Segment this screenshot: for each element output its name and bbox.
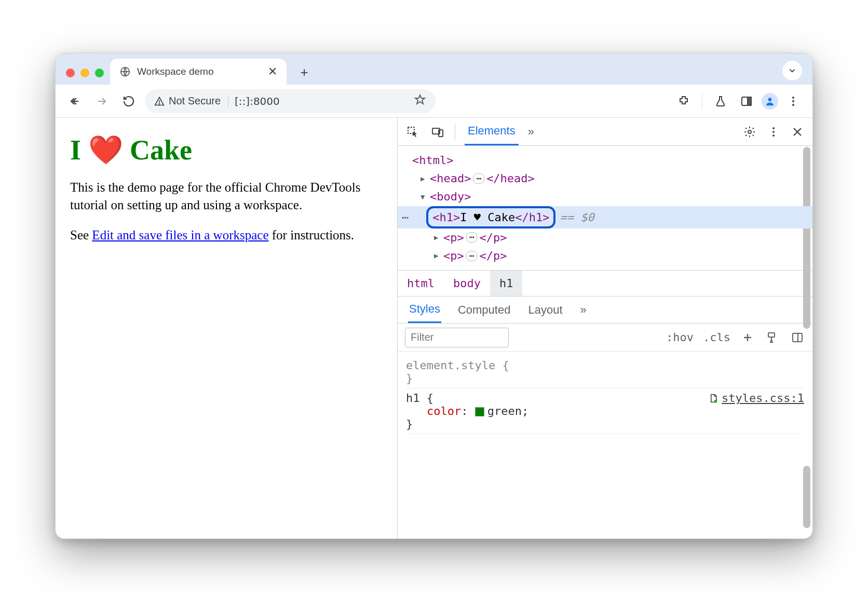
- settings-button[interactable]: [742, 124, 757, 140]
- heading-text-prefix: I: [70, 134, 88, 166]
- inspect-element-button[interactable]: [405, 124, 421, 140]
- heart-icon: ❤️: [88, 134, 123, 166]
- rendered-page: I ❤️ Cake This is the demo page for the …: [56, 118, 397, 539]
- brace-close: }: [406, 418, 413, 430]
- svg-rect-3: [748, 97, 751, 105]
- labs-button[interactable]: [710, 90, 731, 112]
- browser-window: Workspace demo ✕ + Not Secure [::]:8000: [55, 53, 813, 539]
- minimize-window-button[interactable]: [80, 69, 89, 77]
- back-button[interactable]: [64, 90, 86, 112]
- subtab-computed[interactable]: Computed: [457, 298, 512, 322]
- subtab-styles[interactable]: Styles: [408, 297, 441, 323]
- rule-source-link[interactable]: styles.css:1: [708, 392, 804, 405]
- crumb-h1[interactable]: h1: [490, 271, 523, 296]
- console-ref: == $0: [560, 208, 594, 226]
- tab-elements[interactable]: Elements: [465, 118, 519, 145]
- extensions-button[interactable]: [673, 90, 695, 112]
- page-paragraph-2: See Edit and save files in a workspace f…: [70, 226, 383, 244]
- new-style-rule-button[interactable]: [740, 330, 755, 345]
- svg-point-13: [772, 131, 775, 133]
- crumb-body[interactable]: body: [444, 271, 490, 296]
- collapse-icon[interactable]: ▼: [421, 191, 430, 203]
- side-panel-button[interactable]: [736, 90, 757, 112]
- close-tab-button[interactable]: ✕: [268, 65, 277, 78]
- color-swatch[interactable]: [475, 407, 484, 416]
- computed-toggle-button[interactable]: [790, 330, 805, 345]
- svg-point-1: [159, 103, 159, 104]
- security-chip[interactable]: Not Secure: [154, 95, 228, 107]
- content-area: I ❤️ Cake This is the demo page for the …: [56, 118, 812, 539]
- svg-point-12: [772, 127, 775, 129]
- dom-node-body[interactable]: <body>: [430, 187, 471, 206]
- devtools-panel: Elements » <html> ▶<head>⋯</head>: [397, 118, 812, 539]
- ellipsis-icon[interactable]: ⋯: [473, 173, 484, 184]
- styles-subtabs: Styles Computed Layout »: [398, 297, 812, 324]
- workspace-link[interactable]: Edit and save files in a workspace: [92, 228, 268, 242]
- expand-icon[interactable]: ▶: [421, 173, 430, 184]
- expand-icon[interactable]: ▶: [434, 232, 443, 243]
- subtab-layout[interactable]: Layout: [527, 298, 563, 322]
- tab-overflow-button[interactable]: [782, 61, 802, 80]
- separator: [455, 124, 455, 140]
- dom-node-p-close: </p>: [479, 228, 507, 247]
- close-window-button[interactable]: [66, 69, 75, 77]
- paint-flash-button[interactable]: [765, 330, 780, 345]
- page-paragraph-1: This is the demo page for the official C…: [70, 179, 383, 214]
- css-val-green[interactable]: green: [487, 405, 522, 418]
- close-devtools-button[interactable]: [790, 124, 805, 140]
- element-style-selector: element.style {: [406, 359, 509, 372]
- styles-filter-input[interactable]: [405, 328, 509, 347]
- css-prop-color[interactable]: color: [427, 405, 461, 418]
- h1-text: I ♥ Cake: [460, 208, 515, 226]
- svg-point-4: [768, 98, 772, 101]
- warning-icon: [154, 96, 165, 106]
- more-subtabs-button[interactable]: »: [579, 298, 588, 322]
- h1-close-tag: </h1>: [515, 208, 549, 226]
- svg-point-14: [772, 134, 775, 137]
- tab-title: Workspace demo: [137, 66, 214, 77]
- rule-h1[interactable]: styles.css:1 h1 { color: green; }: [406, 388, 804, 434]
- globe-icon: [119, 66, 131, 77]
- menu-button[interactable]: [782, 90, 804, 112]
- source-text: styles.css:1: [722, 392, 804, 405]
- address-bar[interactable]: Not Secure [::]:8000: [145, 89, 436, 113]
- dom-node-p[interactable]: <p>: [443, 228, 464, 247]
- dom-node-p[interactable]: <p>: [443, 247, 464, 265]
- dom-node-h1-selected[interactable]: ⋯ <h1>I ♥ Cake</h1> == $0: [398, 206, 812, 228]
- svg-point-5: [792, 97, 794, 99]
- cls-toggle[interactable]: .cls: [703, 331, 730, 344]
- browser-toolbar: Not Secure [::]:8000: [56, 85, 812, 118]
- rule-element-style[interactable]: element.style { }: [406, 356, 804, 388]
- maximize-window-button[interactable]: [95, 69, 104, 77]
- browser-tab[interactable]: Workspace demo ✕: [110, 59, 287, 85]
- heading-text-suffix: Cake: [123, 134, 193, 166]
- file-icon: [708, 393, 718, 403]
- hov-toggle[interactable]: :hov: [666, 331, 694, 344]
- window-controls: [62, 69, 110, 85]
- dom-node-head[interactable]: <head>: [430, 169, 471, 187]
- ellipsis-icon[interactable]: ⋯: [466, 251, 478, 261]
- p2-suffix: for instructions.: [269, 228, 355, 242]
- profile-button[interactable]: [762, 93, 778, 110]
- expand-icon[interactable]: ▶: [434, 250, 443, 261]
- devtools-toolbar: Elements »: [398, 118, 812, 146]
- crumb-html[interactable]: html: [398, 271, 444, 296]
- brace-close: }: [406, 372, 413, 385]
- gear-icon: [743, 126, 756, 138]
- reload-button[interactable]: [118, 90, 140, 112]
- more-actions-icon[interactable]: ⋯: [398, 208, 413, 226]
- new-tab-button[interactable]: +: [294, 62, 315, 83]
- dom-node-p-close: </p>: [479, 247, 507, 265]
- dom-node-html[interactable]: <html>: [412, 151, 453, 169]
- device-toggle-button[interactable]: [430, 124, 445, 140]
- more-tabs-button[interactable]: »: [528, 125, 534, 139]
- styles-pane[interactable]: element.style { } styles.css:1 h1 { colo…: [398, 352, 812, 539]
- dom-tree[interactable]: <html> ▶<head>⋯</head> ▼<body> ⋯ <h1>I ♥…: [398, 146, 812, 271]
- scrollbar[interactable]: [803, 466, 810, 528]
- scrollbar[interactable]: [803, 147, 810, 329]
- ellipsis-icon[interactable]: ⋯: [466, 232, 478, 243]
- forward-button[interactable]: [91, 90, 113, 112]
- bookmark-button[interactable]: [414, 93, 426, 109]
- devtools-menu-button[interactable]: [766, 124, 781, 140]
- page-heading: I ❤️ Cake: [70, 133, 383, 166]
